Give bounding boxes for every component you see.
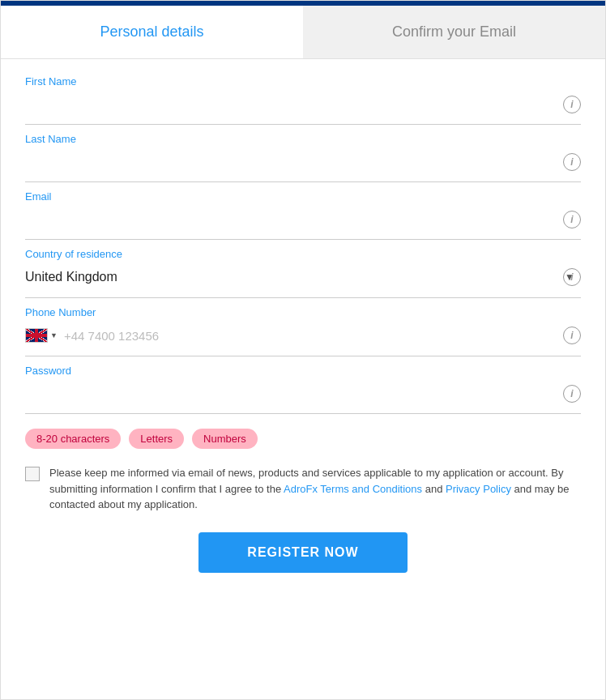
form-content: First Name i Last Name i Email i Country (1, 59, 605, 699)
country-group: Country of residence United Kingdom ▼ i (25, 248, 581, 298)
first-name-input[interactable] (25, 92, 581, 116)
privacy-link[interactable]: Privacy Policy (446, 483, 511, 495)
hint-letters: Letters (129, 429, 184, 449)
terms-link[interactable]: AdroFx Terms and Conditions (284, 483, 422, 495)
password-input[interactable] (25, 382, 581, 405)
country-label: Country of residence (25, 248, 581, 260)
password-hints: 8-20 characters Letters Numbers (25, 429, 581, 449)
email-row: i (25, 207, 581, 231)
first-name-row: i (25, 92, 581, 116)
hint-numbers: Numbers (192, 429, 258, 449)
last-name-input[interactable] (25, 150, 581, 173)
consent-text: Please keep me informed via email of new… (49, 465, 581, 513)
last-name-label: Last Name (25, 133, 581, 145)
first-name-info-icon[interactable]: i (563, 96, 581, 113)
last-name-info-icon[interactable]: i (563, 153, 581, 171)
phone-placeholder: +44 7400 123456 (64, 329, 581, 343)
flag-chevron-icon: ▼ (50, 331, 58, 339)
first-name-label: First Name (25, 75, 581, 88)
last-name-group: Last Name i (25, 133, 581, 182)
last-name-row: i (25, 150, 581, 173)
email-label: Email (25, 190, 581, 203)
uk-flag-icon (25, 328, 48, 343)
flag-dropdown[interactable]: ▼ (25, 328, 58, 343)
phone-group: Phone Number ▼ +44 7400 123456 i (25, 306, 581, 356)
phone-row: ▼ +44 7400 123456 i (25, 323, 581, 348)
password-label: Password (25, 365, 581, 377)
register-button[interactable]: REGISTER NOW (198, 532, 407, 573)
email-input[interactable] (25, 207, 581, 231)
country-value: United Kingdom (25, 270, 565, 284)
email-info-icon[interactable]: i (563, 211, 581, 228)
country-info-icon[interactable]: i (563, 268, 581, 286)
phone-info-icon[interactable]: i (563, 327, 581, 344)
tab-confirm-email-label: Confirm your Email (392, 23, 516, 40)
password-row: i (25, 382, 581, 405)
tab-bar: Personal details Confirm your Email (1, 6, 605, 59)
consent-area: Please keep me informed via email of new… (25, 465, 581, 513)
tab-confirm-email[interactable]: Confirm your Email (303, 6, 605, 58)
country-row: United Kingdom ▼ i (25, 265, 581, 289)
registration-card: Personal details Confirm your Email Firs… (0, 0, 606, 700)
password-info-icon[interactable]: i (563, 385, 581, 403)
tab-personal-details[interactable]: Personal details (1, 6, 303, 58)
consent-checkbox[interactable] (25, 467, 40, 481)
password-group: Password i (25, 365, 581, 414)
first-name-group: First Name i (25, 75, 581, 125)
email-group: Email i (25, 190, 581, 240)
hint-length: 8-20 characters (25, 429, 121, 449)
phone-label: Phone Number (25, 306, 581, 318)
tab-personal-details-label: Personal details (100, 23, 203, 40)
